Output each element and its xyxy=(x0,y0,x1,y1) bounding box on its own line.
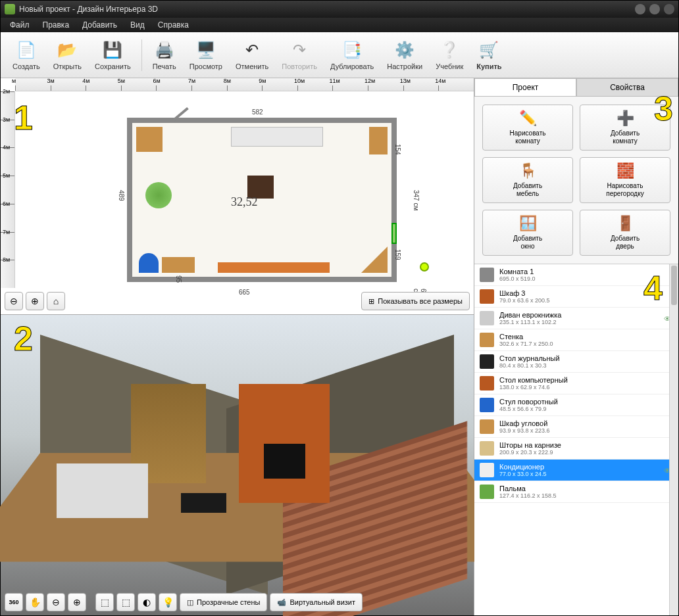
furniture-shelf[interactable] xyxy=(369,127,388,154)
ruler-tick: 5м xyxy=(121,85,157,91)
action-icon: ➕ xyxy=(616,110,634,127)
toolbar-Дублировать[interactable]: 📑Дублировать xyxy=(324,38,380,72)
toolbar-Купить[interactable]: 🛒Купить xyxy=(470,38,508,72)
action-перегородку[interactable]: 🧱Нарисоватьперегородку xyxy=(580,157,670,203)
wall-mode-2-button[interactable]: ⬚ xyxy=(116,593,135,611)
action-окно[interactable]: 🪟Добавитьокно xyxy=(482,210,573,256)
furniture-wall-unit[interactable] xyxy=(218,262,330,273)
minimize-button[interactable] xyxy=(635,4,645,14)
furniture-wardrobe[interactable] xyxy=(136,127,163,152)
light-button[interactable]: 💡 xyxy=(159,593,177,611)
action-комнату[interactable]: ✏️Нарисоватькомнату xyxy=(482,105,573,151)
scene-item[interactable]: Кондиционер77.0 x 33.0 x 24.5👁 xyxy=(474,460,678,481)
Учебник-icon: ❔ xyxy=(439,39,460,60)
ruler-tick: 6м xyxy=(156,85,191,91)
toolbar-Печать[interactable]: 🖨️Печать xyxy=(146,38,183,72)
scrollbar-thumb[interactable] xyxy=(671,266,677,305)
action-label: Добавитьокно xyxy=(513,235,542,250)
maximize-button[interactable] xyxy=(649,4,660,14)
action-дверь[interactable]: 🚪Добавитьдверь xyxy=(580,210,670,256)
scene-item[interactable]: Шкаф угловой93.9 x 93.8 x 223.6 xyxy=(474,416,678,438)
furniture-corner[interactable] xyxy=(361,247,388,273)
ruler-tick: 4м xyxy=(1,147,14,176)
plan-2d-view[interactable]: м3м4м5м6м7м8м9м10м11м12м13м14м 2м3м4м5м6… xyxy=(1,78,474,315)
toolbar-label: Печать xyxy=(153,62,176,70)
view-3d[interactable]: 360 ✋ ⊖ ⊕ ⬚ ⬚ ◐ 💡 ◫Прозрачные стены 📹Вир… xyxy=(1,315,474,615)
marker-4: 4 xyxy=(643,268,663,308)
toolbar-Просмотр[interactable]: 🖥️Просмотр xyxy=(183,38,229,72)
menu-Добавить[interactable]: Добавить xyxy=(76,19,124,31)
zoom-out-button[interactable]: ⊖ xyxy=(5,292,23,310)
ruler-tick: 10м xyxy=(297,85,333,91)
transparent-walls-button[interactable]: ◫Прозрачные стены xyxy=(180,593,267,611)
zoom-in-button[interactable]: ⊕ xyxy=(26,292,44,310)
toolbar-label: Создать xyxy=(13,62,40,70)
scene-item[interactable]: Стол компьютерный138.0 x 62.9 x 74.6 xyxy=(474,373,678,394)
action-label: Нарисоватьперегородку xyxy=(606,182,643,198)
scene-item[interactable]: Диван еврокнижка235.1 x 113.1 x 102.2👁 xyxy=(474,308,678,329)
rotate-360-button[interactable]: 360 xyxy=(5,593,23,611)
toolbar-Сохранить[interactable]: 💾Сохранить xyxy=(88,38,138,72)
scene-item[interactable]: Пальма127.4 x 116.2 x 158.5 xyxy=(474,481,678,503)
ruler-tick: 14м xyxy=(438,85,474,91)
home-button[interactable]: ⌂ xyxy=(47,292,65,310)
action-label: Нарисоватькомнату xyxy=(510,130,546,145)
scene-item[interactable]: Стул поворотный48.5 x 56.6 x 79.9 xyxy=(474,394,678,416)
virtual-visit-button[interactable]: 📹Виртуальный визит xyxy=(270,593,363,611)
item-dims: 93.9 x 93.8 x 223.6 xyxy=(499,427,673,434)
selected-ac-unit[interactable] xyxy=(391,223,397,244)
menu-Файл[interactable]: Файл xyxy=(3,19,36,31)
furniture-chair[interactable] xyxy=(139,253,159,273)
door-swing[interactable] xyxy=(171,107,189,123)
furniture-sofa[interactable] xyxy=(231,127,323,147)
toolbar-label: Настройки xyxy=(387,62,422,70)
ruler-tick: 11м xyxy=(332,85,368,91)
item-name: Шторы на карнизе xyxy=(499,441,673,449)
toolbar-Повторить[interactable]: ↷Повторить xyxy=(275,38,324,72)
zoom-in-3d-button[interactable]: ⊕ xyxy=(68,593,86,611)
furniture-plant[interactable] xyxy=(145,182,172,208)
toolbar-label: Просмотр xyxy=(189,62,222,70)
scrollbar[interactable] xyxy=(669,264,678,615)
ruler-tick: 12м xyxy=(368,85,403,91)
close-button[interactable] xyxy=(664,4,674,14)
zoom-out-3d-button[interactable]: ⊖ xyxy=(47,593,65,611)
Сохранить-icon: 💾 xyxy=(102,39,123,60)
selection-handle[interactable] xyxy=(420,262,429,272)
room-outline[interactable]: 32,52 xyxy=(127,118,397,282)
item-thumb xyxy=(480,311,494,325)
Создать-icon: 📄 xyxy=(16,39,37,60)
item-thumb xyxy=(480,268,494,282)
wall-hide-button[interactable]: ◐ xyxy=(138,593,156,611)
ruler-tick: 7м xyxy=(1,232,14,260)
tab-project[interactable]: Проект xyxy=(474,78,576,96)
toolbar-Настройки[interactable]: ⚙️Настройки xyxy=(380,38,429,72)
toolbar-Открыть[interactable]: 📂Открыть xyxy=(47,38,88,72)
ruler-tick: 8м xyxy=(227,85,263,91)
toolbar: 📄Создать📂Открыть💾Сохранить🖨️Печать🖥️Прос… xyxy=(1,32,678,78)
scene-list[interactable]: 4 Комната 1695.0 x 519.0Шкаф 379.0 x 63.… xyxy=(474,264,678,615)
toolbar-Создать[interactable]: 📄Создать xyxy=(6,38,47,72)
show-all-dims-button[interactable]: ⊞Показывать все размеры xyxy=(361,292,470,310)
scene-item[interactable]: Стенка302.6 x 71.7 x 250.0 xyxy=(474,329,678,351)
area-label: 32,52 xyxy=(231,195,258,209)
ruler-tick: 4м xyxy=(86,85,121,91)
wall-mode-1-button[interactable]: ⬚ xyxy=(95,593,114,611)
menu-Правка[interactable]: Правка xyxy=(36,19,76,31)
dim-right: 347 см xyxy=(413,190,420,210)
item-dims: 80.4 x 80.1 x 30.3 xyxy=(499,362,673,369)
furniture-desk[interactable] xyxy=(162,257,195,273)
toolbar-Отменить[interactable]: ↶Отменить xyxy=(229,38,275,72)
pan-button[interactable]: ✋ xyxy=(26,593,44,611)
menu-Вид[interactable]: Вид xyxy=(124,19,151,31)
item-name: Стул поворотный xyxy=(499,398,673,406)
toolbar-Учебник[interactable]: ❔Учебник xyxy=(429,38,470,72)
ruler-tick: 8м xyxy=(1,260,14,288)
scene-item[interactable]: Стол журнальный80.4 x 80.1 x 30.3 xyxy=(474,351,678,373)
scene-item[interactable]: Шторы на карнизе200.9 x 20.3 x 222.9 xyxy=(474,438,678,460)
action-icon: ✏️ xyxy=(519,110,537,127)
menu-Справка[interactable]: Справка xyxy=(151,19,195,31)
item-thumb xyxy=(480,376,494,391)
item-info: Диван еврокнижка235.1 x 113.1 x 102.2 xyxy=(499,311,659,325)
action-мебель[interactable]: 🪑Добавитьмебель xyxy=(482,157,573,203)
